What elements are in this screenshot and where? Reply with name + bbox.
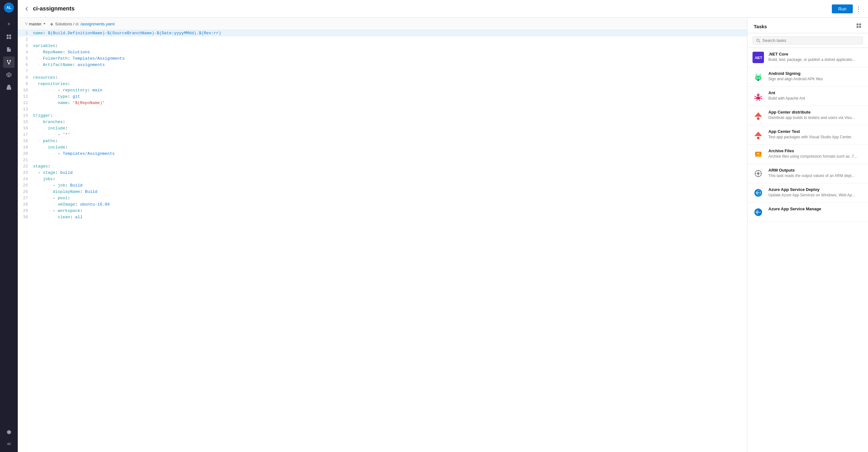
- task-desc-archive-files: Archive files using compression formats …: [768, 154, 863, 159]
- breadcrumb-file: /assignments.yaml: [80, 22, 115, 26]
- svg-rect-9: [859, 24, 861, 25]
- avatar: AL: [4, 3, 14, 13]
- topbar: ci-assignments Run ⋮: [18, 0, 868, 18]
- code-line-27: 27 · - pool:: [18, 195, 747, 201]
- sidebar-collapse[interactable]: ≪: [3, 438, 14, 449]
- task-item-app-center-test[interactable]: App Center Test Test app packages with V…: [747, 125, 868, 144]
- code-line-20: 20 · · - Templates/Assignments: [18, 151, 747, 157]
- svg-rect-10: [857, 26, 859, 28]
- tasks-title: Tasks: [754, 24, 767, 29]
- task-item-azure-app-service-deploy[interactable]: Azure App Service Deploy Update Azure Ap…: [747, 183, 868, 203]
- sidebar-item-repos[interactable]: [3, 44, 14, 55]
- run-button[interactable]: Run: [832, 4, 853, 13]
- code-line-22: 22 stages:: [18, 163, 747, 170]
- task-name-ant: Ant: [768, 90, 863, 95]
- task-name-azure-app-service-deploy: Azure App Service Deploy: [768, 187, 863, 192]
- task-item-ant[interactable]: Ant Build with Apache Ant: [747, 87, 868, 106]
- page-title: ci-assignments: [33, 5, 832, 12]
- code-line-5: 5 · FolderPath: Templates/Assignments: [18, 56, 747, 62]
- svg-rect-8: [857, 24, 859, 25]
- task-icon-archive-files: [752, 149, 764, 160]
- sidebar-item-new[interactable]: +: [3, 19, 14, 30]
- svg-rect-2: [7, 37, 8, 39]
- code-line-26: 26 displayName: Build: [18, 189, 747, 195]
- svg-rect-17: [756, 75, 761, 79]
- branch-name: master: [29, 22, 41, 26]
- code-line-18: 18 · paths:: [18, 138, 747, 144]
- code-line-12: 12 name: '$(RepoName)': [18, 100, 747, 106]
- breadcrumb-separator: ◆: [50, 22, 53, 26]
- code-line-8: 8 resources:: [18, 74, 747, 81]
- svg-point-5: [9, 60, 11, 61]
- task-name-archive-files: Archive Files: [768, 149, 863, 153]
- tasks-layout-icon[interactable]: [856, 23, 862, 30]
- task-name-app-center-distribute: App Center distribute: [768, 110, 863, 115]
- task-item-app-center-distribute[interactable]: App Center distribute Distribute app bui…: [747, 106, 868, 125]
- svg-point-47: [757, 172, 760, 175]
- task-icon-ant: [752, 90, 764, 102]
- search-icon: [756, 38, 761, 43]
- svg-point-4: [7, 60, 8, 61]
- search-input[interactable]: [762, 38, 860, 43]
- tasks-list: .NET .NET Core Build, test, package, or …: [747, 48, 868, 452]
- code-editor[interactable]: 1 name: $(Build.DefinitionName)-$(Source…: [18, 30, 747, 452]
- code-line-28: 28 · vmImage: ubuntu-16.04: [18, 201, 747, 208]
- code-line-7: 7: [18, 68, 747, 74]
- svg-point-26: [756, 96, 761, 100]
- more-options-button[interactable]: ⋮: [855, 5, 862, 13]
- code-line-30: 30 clean: all: [18, 214, 747, 221]
- code-line-11: 11 type: git: [18, 94, 747, 100]
- task-icon-android-signing: [752, 71, 764, 83]
- task-item-dotnet-core[interactable]: .NET .NET Core Build, test, package, or …: [747, 48, 868, 67]
- svg-rect-3: [9, 37, 11, 39]
- code-line-9: 9 repositories:: [18, 81, 747, 87]
- task-item-android-signing[interactable]: Android Signing Sign and align Android A…: [747, 67, 868, 87]
- code-line-2: 2: [18, 36, 747, 43]
- task-icon-app-center-test: [752, 129, 764, 140]
- svg-rect-7: [7, 87, 11, 90]
- task-name-app-center-test: App Center Test: [768, 129, 863, 134]
- task-name-android-signing: Android Signing: [768, 71, 863, 76]
- main-content: ci-assignments Run ⋮ ⑂ master ◆ Solution…: [18, 0, 868, 452]
- svg-point-23: [760, 74, 761, 75]
- sidebar-item-artifacts[interactable]: [3, 82, 14, 93]
- sidebar-item-testplans[interactable]: [3, 69, 14, 80]
- task-name-azure-app-service-manage: Azure App Service Manage: [768, 206, 863, 211]
- svg-point-18: [757, 78, 757, 79]
- code-line-25: 25 · · - job: Build: [18, 183, 747, 189]
- tasks-header: Tasks: [747, 18, 868, 33]
- sidebar: AL + ≪: [0, 0, 18, 452]
- code-line-23: 23 - stage: build: [18, 170, 747, 176]
- svg-rect-44: [755, 154, 762, 157]
- svg-point-22: [756, 74, 757, 75]
- code-line-13: 13: [18, 106, 747, 112]
- svg-point-19: [759, 78, 760, 79]
- back-button[interactable]: [24, 6, 29, 11]
- task-desc-dotnet-core: Build, test, package, or publish a dotne…: [768, 57, 863, 63]
- code-line-10: 10 · · · - repository: main: [18, 87, 747, 94]
- code-line-4: 4 · RepoName: Solutions: [18, 49, 747, 56]
- svg-point-6: [8, 63, 9, 64]
- task-item-archive-files[interactable]: Archive Files Archive files using compre…: [747, 144, 868, 164]
- task-item-azure-app-service-manage[interactable]: Azure App Service Manage: [747, 203, 868, 222]
- task-name-arm-outputs: ARM Outputs: [768, 168, 863, 172]
- svg-rect-11: [859, 26, 861, 28]
- code-line-24: 24 jobs:: [18, 176, 747, 183]
- editor-panel: ⑂ master ◆ Solutions / ci /assignments.y…: [18, 18, 747, 452]
- task-icon-app-center-distribute: [752, 110, 764, 121]
- code-line-3: 3 variables:: [18, 43, 747, 49]
- task-desc-arm-outputs: This task reads the output values of an …: [768, 173, 863, 179]
- code-line-29: 29 · - workspace:: [18, 208, 747, 214]
- svg-point-39: [757, 137, 760, 139]
- task-desc-android-signing: Sign and align Android APK files: [768, 76, 863, 82]
- search-input-wrap: [752, 36, 863, 44]
- branch-selector[interactable]: ⑂ master: [23, 20, 48, 27]
- sidebar-item-settings[interactable]: [3, 426, 14, 438]
- sidebar-item-pipelines[interactable]: [3, 57, 14, 68]
- breadcrumb-path: Solutions / ci: [55, 22, 79, 26]
- task-item-arm-outputs[interactable]: ARM Outputs This task reads the output v…: [747, 164, 868, 183]
- code-line-21: 21: [18, 157, 747, 163]
- code-line-14: 14 trigger:: [18, 112, 747, 119]
- code-line-15: 15 · branches:: [18, 119, 747, 125]
- sidebar-item-boards[interactable]: [3, 31, 14, 42]
